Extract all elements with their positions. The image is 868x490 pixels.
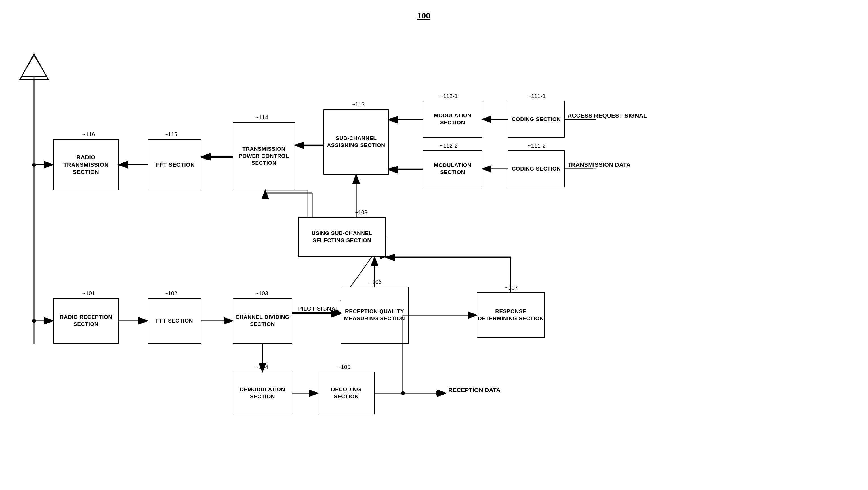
ref-101: ~101 [82, 290, 95, 297]
diagram-title: 100 [417, 11, 430, 21]
radio-reception-section: RADIO RECEPTION SECTION [53, 298, 119, 344]
svg-point-68 [401, 391, 405, 395]
ref-107: ~107 [505, 285, 518, 291]
modulation-section-2: MODULATION SECTION [423, 150, 483, 188]
svg-point-28 [401, 392, 405, 395]
diagram: 100 [0, 0, 868, 490]
coding-section-1: CODING SECTION [508, 101, 565, 138]
response-determining-section: RESPONSE DETERMINING SECTION [477, 292, 545, 338]
pilot-signal-label: PILOT SIGNAL [298, 305, 339, 312]
ref-106: ~106 [369, 279, 382, 285]
ref-105: ~105 [338, 364, 350, 371]
fft-section: FFT SECTION [148, 298, 202, 344]
ref-114: ~114 [255, 114, 268, 121]
diagram-arrows [0, 0, 868, 490]
channel-dividing-section: CHANNEL DIVIDING SECTION [233, 298, 292, 344]
ifft-section: IFFT SECTION [148, 139, 202, 190]
ref-113: ~113 [352, 102, 365, 108]
ref-102: ~102 [164, 290, 177, 297]
ref-111-1: ~111-1 [528, 93, 546, 99]
ref-108: ~108 [355, 209, 368, 216]
ref-111-2: ~111-2 [528, 143, 546, 149]
reception-data-label: RECEPTION DATA [448, 387, 500, 394]
ref-103: ~103 [255, 290, 268, 297]
svg-marker-39 [20, 54, 48, 80]
demodulation-section: DEMODULATION SECTION [233, 372, 292, 414]
using-sub-channel-selecting-section: USING SUB-CHANNEL SELECTING SECTION [298, 217, 386, 257]
ref-116: ~116 [82, 131, 95, 138]
ref-112-2: ~112-2 [440, 143, 458, 149]
ref-112-1: ~112-1 [440, 93, 458, 99]
connections-svg [0, 0, 868, 490]
coding-section-2: CODING SECTION [508, 150, 565, 188]
reception-quality-measuring-section: RECEPTION QUALITY MEASURING SECTION [341, 287, 409, 344]
svg-point-44 [32, 319, 36, 323]
transmission-power-control-section: TRANSMISSION POWER CONTROL SECTION [233, 122, 295, 190]
svg-point-6 [32, 163, 36, 166]
transmission-data-label: TRANSMISSION DATA [567, 161, 630, 168]
ref-115: ~115 [164, 131, 177, 138]
svg-marker-2 [21, 55, 47, 77]
ref-104: ~104 [255, 364, 268, 371]
radio-transmission-section: RADIO TRANSMISSION SECTION [53, 139, 119, 190]
sub-channel-assigning-section: SUB-CHANNEL ASSIGNING SECTION [323, 109, 389, 175]
access-request-signal-label: ACCESS REQUEST SIGNAL [567, 112, 647, 119]
modulation-section-1: MODULATION SECTION [423, 101, 483, 138]
svg-point-42 [32, 163, 36, 167]
decoding-section: DECODING SECTION [318, 372, 375, 414]
